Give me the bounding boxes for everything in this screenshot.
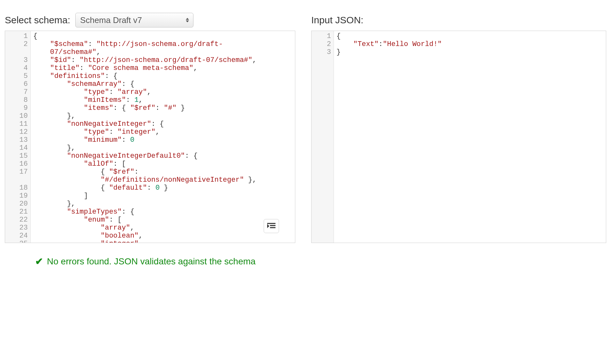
schema-code[interactable]: { "$schema": "http://json-schema.org/dra… — [31, 31, 295, 243]
input-column: Input JSON: 123 { "Text":"Hello World!"} — [311, 13, 606, 243]
status-message: No errors found. JSON validates against … — [47, 256, 256, 267]
input-header: Input JSON: — [311, 13, 606, 27]
validation-status: ✔ No errors found. JSON validates agains… — [35, 256, 606, 267]
input-editor[interactable]: 123 { "Text":"Hello World!"} — [311, 31, 606, 243]
input-gutter: 123 — [312, 31, 334, 243]
schema-select-wrap: Schema Draft v7 — [75, 13, 193, 27]
schema-gutter: 1234567891011121314151617181920212223242… — [5, 31, 31, 243]
input-json-label: Input JSON: — [311, 15, 363, 26]
schema-column: Select schema: Schema Draft v7 123456789… — [5, 13, 295, 243]
main-layout: Select schema: Schema Draft v7 123456789… — [5, 13, 606, 243]
schema-select[interactable]: Schema Draft v7 — [75, 13, 193, 27]
input-code[interactable]: { "Text":"Hello World!"} — [334, 31, 606, 243]
format-button[interactable] — [264, 219, 279, 233]
indent-icon — [267, 223, 275, 229]
select-schema-label: Select schema: — [5, 15, 70, 26]
schema-editor[interactable]: 1234567891011121314151617181920212223242… — [5, 31, 295, 243]
check-icon: ✔ — [35, 256, 43, 267]
schema-header: Select schema: Schema Draft v7 — [5, 13, 295, 27]
